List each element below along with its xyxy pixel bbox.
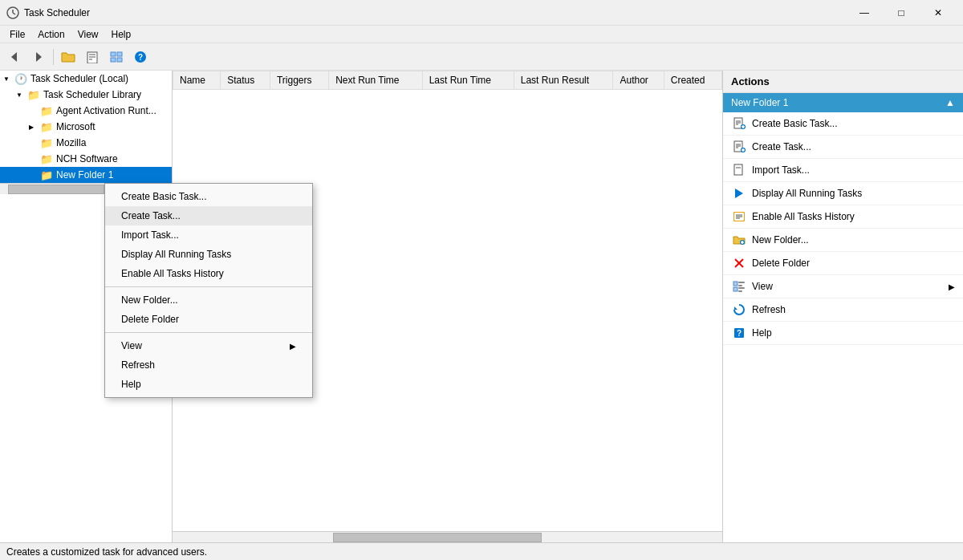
ctx-separator-1 [105,286,312,287]
action-label: Delete Folder [752,258,810,269]
tree-label: Microsoft [56,121,95,132]
center-scrollbar-thumb[interactable] [333,533,542,542]
window-title: Task Scheduler [24,7,846,18]
svg-rect-5 [87,52,97,63]
ctx-new-folder[interactable]: New Folder... [105,290,312,310]
action-label: Create Basic Task... [752,118,838,129]
action-new-folder[interactable]: New Folder... [723,229,963,252]
svg-rect-12 [117,58,122,62]
ctx-delete-folder[interactable]: Delete Folder [105,310,312,329]
col-last-run-time[interactable]: Last Run Time [422,71,514,90]
expand-arrow [29,140,39,147]
close-button[interactable]: ✕ [920,0,957,26]
action-help[interactable]: ? Help [723,322,963,345]
actions-collapse-icon[interactable]: ▲ [945,97,955,108]
col-last-run-result[interactable]: Last Run Result [514,71,613,90]
window-controls: — □ ✕ [846,0,957,26]
tree-item-agent-activation[interactable]: 📁 Agent Activation Runt... [0,103,172,119]
action-refresh[interactable]: Refresh [723,298,963,322]
ctx-separator-2 [105,332,312,333]
tree-label: Task Scheduler (Local) [30,73,128,84]
col-triggers[interactable]: Triggers [270,71,328,90]
folder-button[interactable] [57,47,79,67]
action-import-task[interactable]: Import Task... [723,159,963,182]
action-label: Help [752,327,772,339]
svg-rect-11 [111,58,116,62]
col-author[interactable]: Author [613,71,664,90]
svg-marker-3 [11,52,17,62]
col-created[interactable]: Created [664,71,721,90]
maximize-button[interactable]: □ [883,0,920,26]
expand-arrow [29,172,39,179]
status-bar: Creates a customized task for advanced u… [0,542,963,560]
svg-text:?: ? [737,329,742,338]
col-next-run-time[interactable]: Next Run Time [329,71,422,90]
ctx-create-task[interactable]: Create Task... [105,206,312,225]
ctx-view[interactable]: View ▶ [105,336,312,355]
svg-rect-44 [738,285,742,286]
svg-rect-10 [117,52,122,56]
expand-arrow [29,156,39,163]
view-button[interactable] [105,47,128,67]
action-view[interactable]: View ▶ [723,275,963,298]
svg-marker-4 [36,52,42,62]
ctx-display-running-tasks[interactable]: Display All Running Tasks [105,245,312,264]
tree-item-mozilla[interactable]: 📁 Mozilla [0,135,172,151]
action-enable-all-tasks-history[interactable]: Enable All Tasks History [723,205,963,229]
tree-item-new-folder-1[interactable]: 📁 New Folder 1 [0,167,172,183]
center-hscrollbar[interactable] [173,531,722,542]
col-status[interactable]: Status [221,71,270,90]
ctx-enable-all-tasks-history[interactable]: Enable All Tasks History [105,264,312,283]
ctx-help[interactable]: Help [105,375,312,394]
action-label: Enable All Tasks History [752,211,855,222]
help-button[interactable]: ? [129,47,152,67]
tree-item-nch-software[interactable]: 📁 NCH Software [0,151,172,167]
menu-help[interactable]: Help [105,27,138,42]
menu-action[interactable]: Action [31,27,71,42]
create-basic-task-icon [731,116,747,132]
toolbar: ? [0,43,963,71]
menu-bar: File Action View Help [0,26,963,43]
col-name[interactable]: Name [173,71,221,90]
tree-item-microsoft[interactable]: ▶ 📁 Microsoft [0,119,172,135]
svg-line-2 [13,13,15,14]
toolbar-separator-1 [53,49,54,65]
action-delete-folder[interactable]: Delete Folder [723,252,963,275]
tree-item-task-scheduler-library[interactable]: ▼ 📁 Task Scheduler Library [0,87,172,103]
actions-header: Actions [723,71,963,93]
left-panel-scrollbar-thumb[interactable] [8,185,104,194]
action-display-running-tasks[interactable]: Display All Running Tasks [723,182,963,205]
folder-icon: 📁 [40,137,53,149]
help-icon: ? [731,325,747,341]
import-task-icon [731,162,747,178]
ctx-create-basic-task[interactable]: Create Basic Task... [105,187,312,206]
ctx-refresh[interactable]: Refresh [105,355,312,375]
expand-arrow: ▼ [3,75,13,83]
svg-marker-31 [735,189,743,198]
tree-label: Agent Activation Runt... [56,105,156,116]
action-create-task[interactable]: Create Task... [723,136,963,159]
menu-view[interactable]: View [71,27,105,42]
svg-rect-47 [738,290,742,292]
expand-arrow [29,108,39,115]
tree-item-task-scheduler-local[interactable]: ▼ 🕐 Task Scheduler (Local) [0,71,172,87]
folder-icon: 📁 [40,169,53,181]
back-button[interactable] [3,47,26,67]
ctx-view-arrow: ▶ [290,342,296,351]
action-label: Refresh [752,304,786,315]
forward-button[interactable] [27,47,50,67]
svg-rect-42 [733,282,737,286]
ctx-label: Enable All Tasks History [121,268,224,279]
action-create-basic-task[interactable]: Create Basic Task... [723,112,963,136]
ctx-label: Create Basic Task... [121,191,207,202]
folder-icon: 📁 [40,153,53,165]
ctx-import-task[interactable]: Import Task... [105,225,312,245]
svg-rect-9 [111,52,116,56]
tree-label: NCH Software [56,153,118,164]
ctx-label: Create Task... [121,210,181,221]
ctx-label: Display All Running Tasks [121,249,231,260]
minimize-button[interactable]: — [846,0,883,26]
properties-button[interactable] [81,47,104,67]
menu-file[interactable]: File [3,27,31,42]
tree-label: New Folder 1 [56,169,113,181]
